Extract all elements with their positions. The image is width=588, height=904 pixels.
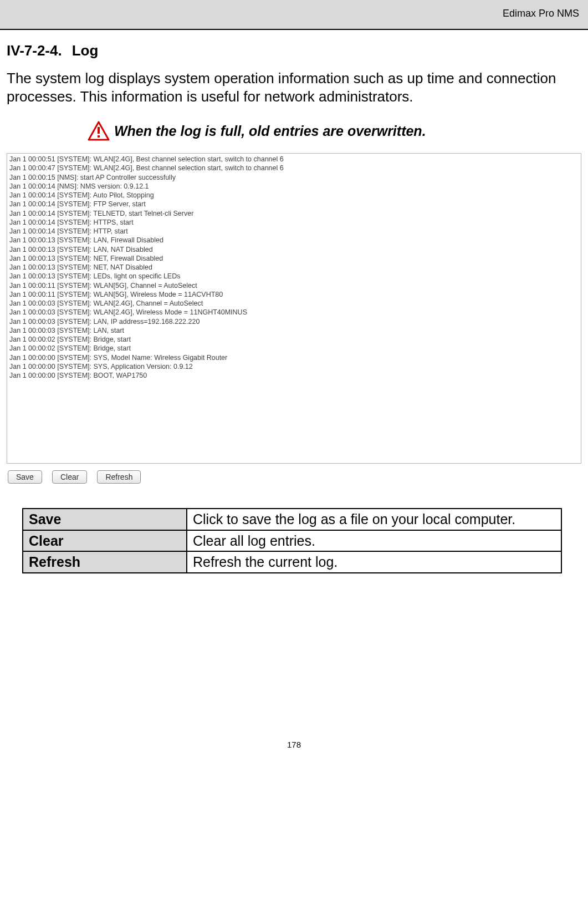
button-description-table: SaveClick to save the log as a file on y… [22,508,562,573]
warning-text: When the log is full, old entries are ov… [114,123,426,139]
log-line: Jan 1 00:00:13 [SYSTEM]: LEDs, light on … [9,272,579,281]
log-line: Jan 1 00:00:13 [SYSTEM]: NET, NAT Disabl… [9,263,579,272]
section-heading: IV-7-2-4.Log [7,42,581,59]
log-line: Jan 1 00:00:14 [SYSTEM]: Auto Pilot, Sto… [9,191,579,200]
table-row: SaveClick to save the log as a file on y… [23,509,561,530]
section-description: The system log displays system operation… [7,69,581,105]
warning-note: When the log is full, old entries are ov… [88,121,581,141]
log-line: Jan 1 00:00:00 [SYSTEM]: BOOT, WAP1750 [9,371,579,380]
svg-rect-1 [98,127,100,134]
log-output: Jan 1 00:00:51 [SYSTEM]: WLAN[2.4G], Bes… [7,153,581,464]
save-button[interactable]: Save [8,470,42,484]
log-line: Jan 1 00:00:02 [SYSTEM]: Bridge, start [9,335,579,344]
log-line: Jan 1 00:00:02 [SYSTEM]: Bridge, start [9,344,579,353]
log-line: Jan 1 00:00:15 [NMS]: start AP Controlle… [9,173,579,182]
log-line: Jan 1 00:00:03 [SYSTEM]: LAN, start [9,326,579,335]
refresh-button[interactable]: Refresh [97,470,141,484]
table-key: Refresh [23,551,187,573]
button-row: Save Clear Refresh [7,470,581,484]
log-line: Jan 1 00:00:14 [SYSTEM]: FTP Server, sta… [9,200,579,209]
log-line: Jan 1 00:00:00 [SYSTEM]: SYS, Applicatio… [9,362,579,371]
log-line: Jan 1 00:00:03 [SYSTEM]: WLAN[2.4G], Wir… [9,308,579,317]
table-key: Save [23,509,187,530]
product-name: Edimax Pro NMS [503,8,579,19]
log-line: Jan 1 00:00:47 [SYSTEM]: WLAN[2.4G], Bes… [9,164,579,172]
log-line: Jan 1 00:00:11 [SYSTEM]: WLAN[5G], Wirel… [9,290,579,299]
table-value: Clear all log entries. [187,530,561,552]
svg-rect-2 [98,135,100,138]
section-title: Log [72,42,99,59]
log-line: Jan 1 00:00:51 [SYSTEM]: WLAN[2.4G], Bes… [9,155,579,164]
log-line: Jan 1 00:00:03 [SYSTEM]: WLAN[2.4G], Cha… [9,299,579,308]
page-content: IV-7-2-4.Log The system log displays sys… [0,30,588,573]
table-key: Clear [23,530,187,552]
table-value: Refresh the current log. [187,551,561,573]
log-line: Jan 1 00:00:13 [SYSTEM]: LAN, NAT Disabl… [9,245,579,254]
log-line: Jan 1 00:00:13 [SYSTEM]: LAN, Firewall D… [9,236,579,245]
log-line: Jan 1 00:00:00 [SYSTEM]: SYS, Model Name… [9,353,579,362]
log-line: Jan 1 00:00:13 [SYSTEM]: NET, Firewall D… [9,254,579,263]
log-line: Jan 1 00:00:11 [SYSTEM]: WLAN[5G], Chann… [9,281,579,290]
page-number: 178 [0,740,588,755]
table-row: ClearClear all log entries. [23,530,561,552]
section-number: IV-7-2-4. [7,42,62,59]
clear-button[interactable]: Clear [52,470,87,484]
log-line: Jan 1 00:00:14 [SYSTEM]: HTTPS, start [9,218,579,227]
warning-icon [88,121,110,141]
table-row: RefreshRefresh the current log. [23,551,561,573]
log-line: Jan 1 00:00:14 [SYSTEM]: HTTP, start [9,227,579,236]
header-bar: Edimax Pro NMS [0,0,588,30]
table-value: Click to save the log as a file on your … [187,509,561,530]
log-line: Jan 1 00:00:03 [SYSTEM]: LAN, IP address… [9,317,579,326]
log-line: Jan 1 00:00:14 [NMS]: NMS version: 0.9.1… [9,182,579,191]
log-line: Jan 1 00:00:14 [SYSTEM]: TELNETD, start … [9,209,579,218]
